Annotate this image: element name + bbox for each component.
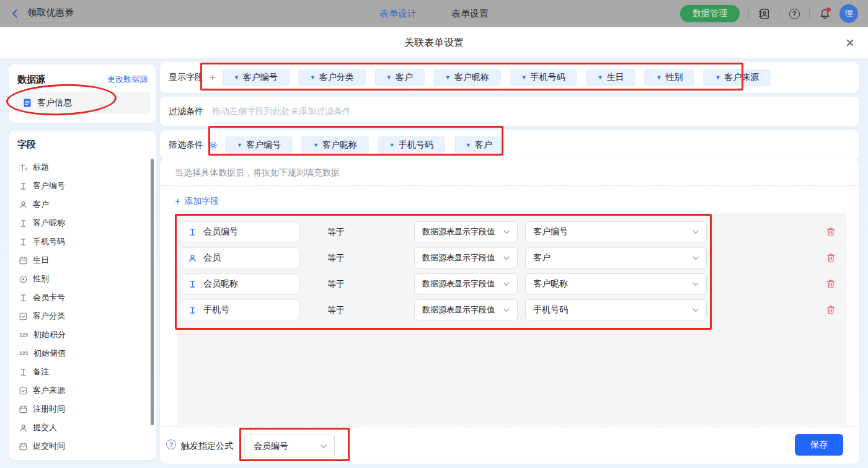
divider [160,185,859,186]
chevron-down-icon [502,227,511,236]
close-icon[interactable]: × [846,35,854,50]
help-icon[interactable]: ? [788,7,800,20]
user-avatar[interactable]: 理 [839,4,858,23]
rule-row: 会员昵称 等于 数据源表显示字段值 客户昵称 [177,273,847,294]
rules-footer: ? 触发指定公式 会员编号 保存 [160,426,859,464]
operator-label: 等于 [327,221,345,242]
scrollbar-thumb[interactable] [151,159,154,425]
triangle-icon: ▼ [466,142,471,148]
target-field-box[interactable]: 会员编号 [180,221,299,242]
source-type-select[interactable]: 数据源表显示字段值 [414,299,518,320]
topbar-tabs: 表单设计 表单设置 [379,0,489,27]
add-field-button[interactable]: + 添加字段 [160,186,241,207]
triangle-icon: ▼ [386,74,392,81]
display-field-chip[interactable]: ▼性别 [644,69,694,86]
save-button[interactable]: 保存 [795,434,843,456]
back-button[interactable] [10,8,21,19]
field-item[interactable]: 手机号码 [9,232,156,251]
field-item[interactable]: 123 初始储值 [9,344,156,363]
display-field-chip[interactable]: ▼生日 [586,69,636,86]
app-screen: 领取优惠券 表单设计 表单设置 数据管理 ? [0,0,868,468]
field-item[interactable]: 客户昵称 [9,214,156,232]
delete-rule-button[interactable] [826,305,836,315]
radio-icon [19,275,28,284]
trigger-formula-select[interactable]: 会员编号 [244,435,335,457]
source-type-select[interactable]: 数据源表显示字段值 [414,247,518,268]
delete-rule-button[interactable] [826,253,836,263]
chevron-down-icon [502,306,511,314]
select-icon [19,386,28,395]
target-field-box[interactable]: 会员 [180,247,299,268]
field-item[interactable]: 客户来源 [9,381,156,400]
fields-card: 字段 标题 客户编号 客户 客户昵称 [9,131,156,460]
tab-form-design[interactable]: 表单设计 [379,8,417,20]
triangle-icon: ▼ [237,142,242,148]
target-field-box[interactable]: 会员昵称 [180,273,299,294]
triangle-icon: ▼ [310,74,316,81]
gear-icon[interactable] [208,141,218,150]
text-field-icon [19,368,28,377]
trash-icon [826,227,836,237]
rule-row: 会员 等于 数据源表显示字段值 客户 [177,247,847,268]
source-field-select[interactable]: 客户昵称 [525,273,707,294]
field-item[interactable]: 提交时间 [9,437,156,456]
data-manage-button[interactable]: 数据管理 [680,5,740,22]
field-item[interactable]: 客户分类 [9,307,156,325]
text-field-icon [19,293,28,302]
trash-icon [826,253,836,263]
contact-book-icon[interactable] [758,7,770,20]
screening-field-chip[interactable]: ▼客户 [454,136,504,154]
field-item[interactable]: 标题 [9,158,156,177]
display-field-chip[interactable]: ▼客户 [374,69,425,86]
display-field-chip[interactable]: ▼手机号码 [510,69,577,86]
source-type-select[interactable]: 数据源表显示字段值 [414,273,518,294]
select-icon [19,312,28,321]
operator-label: 等于 [327,299,345,320]
fill-rules-card: 当选择具体数据后，将按如下规则填充数据 + 添加字段 会员编号 等于 数据源表显… [160,159,859,464]
display-field-chip[interactable]: ▼客户来源 [703,69,771,86]
field-item[interactable]: 提交人 [9,418,156,437]
field-item[interactable]: 123 初始积分 [9,325,156,344]
help-icon[interactable]: ? [166,439,176,449]
delete-rule-button[interactable] [826,227,836,237]
modal-body: 数据源 更改数据源 客户信息 字段 标题 客户编号 [0,59,868,468]
calendar-icon [19,256,28,265]
target-field-box[interactable]: 手机号 [180,299,299,320]
source-type-select[interactable]: 数据源表显示字段值 [414,221,518,242]
screening-field-chip[interactable]: ▼客户昵称 [301,136,369,154]
source-field-select[interactable]: 手机号码 [525,299,707,320]
field-item[interactable]: 注册时间 [9,400,156,418]
delete-rule-button[interactable] [826,279,836,289]
screening-field-chip[interactable]: ▼手机号码 [378,136,445,154]
back-chevron-icon [10,9,20,19]
screening-field-chip[interactable]: ▼客户编号 [225,136,293,154]
person-icon [188,254,197,263]
change-datasource-link[interactable]: 更改数据源 [107,74,148,85]
add-display-field-button[interactable]: + [210,71,216,84]
notification-bell-icon[interactable] [818,7,831,20]
source-field-select[interactable]: 客户 [525,247,707,268]
triangle-icon: ▼ [656,74,662,81]
display-field-chip[interactable]: ▼客户分类 [298,69,366,86]
field-item[interactable]: 客户编号 [9,177,156,195]
datasource-selected-item[interactable]: 客户信息 [15,92,150,114]
field-item[interactable]: 性别 [9,270,156,288]
field-item[interactable]: 会员卡号 [9,288,156,307]
triangle-icon: ▼ [598,74,603,81]
display-field-chip[interactable]: ▼客户编号 [222,69,290,86]
triangle-icon: ▼ [313,142,319,148]
chevron-down-icon [691,280,700,288]
filter-dropzone[interactable]: 拖动左侧字段到此处来添加过滤条件 [212,106,351,117]
form-name[interactable]: 领取优惠券 [27,7,74,21]
source-field-select[interactable]: 客户编号 [525,221,707,242]
text-field-icon [19,219,28,228]
field-item[interactable]: 生日 [9,251,156,270]
display-fields-row: 显示字段 + ▼客户编号 ▼客户分类 ▼客户 ▼客户昵称 ▼手机号码 ▼生日 ▼… [160,62,859,93]
display-field-chip[interactable]: ▼客户昵称 [433,69,501,86]
rule-row: 手机号 等于 数据源表显示字段值 手机号码 [177,299,847,320]
field-item[interactable]: 客户 [9,195,156,214]
triangle-icon: ▼ [445,74,451,81]
tab-form-settings[interactable]: 表单设置 [451,8,489,20]
field-item[interactable]: 备注 [9,363,156,381]
modal-title: 关联表单设置 [404,37,464,50]
